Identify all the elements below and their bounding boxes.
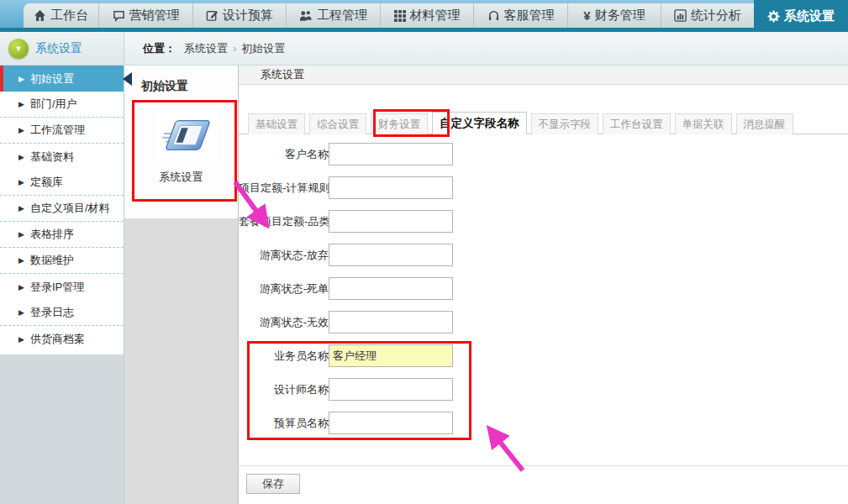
salesman-name-input[interactable]: [329, 344, 453, 367]
nav-tab-design-budget[interactable]: 设计预算: [193, 3, 287, 28]
tab-custom-field-names[interactable]: 自定义字段名称: [432, 112, 527, 134]
sidebar-item-data-maintenance[interactable]: ▶ 数据维护: [0, 248, 124, 274]
tab-document-links[interactable]: 单据关联: [675, 113, 732, 134]
nav-tab-label: 营销管理: [129, 8, 180, 24]
tab-general-settings[interactable]: 综合设置: [309, 113, 366, 134]
tab-workbench-settings[interactable]: 工作台设置: [603, 113, 671, 134]
nav-tab-engineering[interactable]: 工程管理: [287, 3, 381, 28]
sidebar-item-basic-data[interactable]: ▶ 基础资料: [0, 144, 124, 170]
content-title: 系统设置: [261, 67, 304, 82]
sidebar-item-label: 工作流管理: [30, 123, 85, 138]
sidebar-item-workflow[interactable]: ▶ 工作流管理: [0, 118, 124, 144]
sidebar-item-label: 定额库: [30, 175, 63, 190]
subheader: ▼ 系统设置 位置： 系统设置 › 初始设置: [0, 32, 848, 66]
form-row: 游离状态-放弃: [239, 244, 848, 266]
tab-basic-settings[interactable]: 基础设置: [248, 113, 305, 134]
caret-icon: ▶: [18, 75, 24, 83]
sidebar-item-login-log[interactable]: ▶ 登录日志: [0, 300, 124, 326]
custom-fields-form: 客户名称 项目定额-计算规则 套餐项目定额-品类 游离状态-放弃 游离状态-死单…: [239, 143, 848, 445]
field-label: 业务员名称: [239, 349, 329, 364]
floating-status-invalid-input[interactable]: [329, 311, 453, 333]
panel-title: 初始设置: [141, 79, 188, 94]
floating-status-dead-input[interactable]: [329, 277, 453, 300]
content-header: 系统设置: [239, 66, 848, 85]
form-row: 游离状态-无效: [239, 311, 848, 333]
sidebar-item-label: 登录IP管理: [30, 280, 84, 295]
tab-message-reminders[interactable]: 消息提醒: [736, 113, 793, 134]
package-quota-category-input[interactable]: [329, 210, 453, 233]
sidebar-section-header[interactable]: ▼ 系统设置: [0, 32, 124, 65]
sidebar-item-table-sorting[interactable]: ▶ 表格排序: [0, 222, 124, 248]
sidebar-item-custom-projects-materials[interactable]: ▶ 自定义项目/材料: [0, 196, 124, 222]
breadcrumb-separator: ›: [233, 42, 236, 55]
customer-name-input[interactable]: [329, 143, 453, 165]
sidebar-item-departments-users[interactable]: ▶ 部门/用户: [0, 92, 124, 118]
form-row: 客户名称: [239, 143, 848, 165]
window-icon: [161, 113, 213, 158]
sidebar-item-supplier-archives[interactable]: ▶ 供货商档案: [0, 326, 124, 352]
chevron-down-icon[interactable]: ▼: [8, 39, 29, 59]
caret-icon: ▶: [18, 204, 24, 213]
main-nav: 工作台 营销管理 设计预算 工程管理 材料管理 客服管理 ¥ 财务管理 统计分析: [24, 3, 848, 28]
nav-tab-label: 工作台: [50, 8, 88, 24]
chart-icon: [674, 9, 687, 22]
nav-tab-marketing[interactable]: 营销管理: [99, 3, 193, 28]
field-label: 设计师名称: [239, 382, 329, 397]
save-button[interactable]: 保存: [246, 474, 300, 494]
project-quota-rule-input[interactable]: [329, 176, 453, 199]
sidebar-item-quota-library[interactable]: ▶ 定额库: [0, 170, 124, 196]
form-row: 设计师名称: [239, 378, 848, 401]
field-label: 游离状态-死单: [239, 281, 329, 297]
divider: [239, 465, 848, 466]
system-settings-icon-tile[interactable]: [156, 108, 217, 163]
app-window: 工作台 营销管理 设计预算 工程管理 材料管理 客服管理 ¥ 财务管理 统计分析: [0, 0, 848, 504]
nav-tab-statistics[interactable]: 统计分析: [661, 3, 754, 28]
sidebar-item-initial-settings[interactable]: ▶ 初始设置: [0, 66, 124, 92]
settings-tabs: 基础设置 综合设置 财务设置 自定义字段名称 不显示字段 工作台设置 单据关联 …: [239, 113, 848, 134]
caret-icon: ▶: [18, 126, 24, 134]
caret-icon: ▶: [18, 153, 24, 161]
sidebar-item-login-ip[interactable]: ▶ 登录IP管理: [0, 274, 124, 300]
sidebar-item-label: 自定义项目/材料: [30, 201, 110, 216]
nav-tab-workbench[interactable]: 工作台: [24, 3, 99, 28]
breadcrumb-current: 初始设置: [241, 41, 285, 56]
nav-tab-materials[interactable]: 材料管理: [381, 3, 474, 28]
nav-tab-label: 系统设置: [784, 8, 835, 24]
breadcrumb: 位置： 系统设置 › 初始设置: [124, 32, 848, 65]
field-label: 游离状态-放弃: [239, 248, 329, 263]
designer-name-input[interactable]: [329, 378, 453, 401]
form-row: 项目定额-计算规则: [239, 176, 848, 199]
sidebar-item-label: 数据维护: [30, 253, 74, 268]
field-label: 游离状态-无效: [239, 315, 329, 330]
main-content: 系统设置 基础设置 综合设置 财务设置 自定义字段名称 不显示字段 工作台设置 …: [239, 66, 848, 504]
field-label: 项目定额-计算规则: [239, 181, 329, 196]
grid-icon: [394, 10, 406, 22]
sidebar-item-label: 供货商档案: [30, 332, 85, 347]
field-label: 客户名称: [239, 147, 329, 162]
estimator-name-input[interactable]: [329, 412, 453, 434]
caret-icon: ▶: [18, 308, 24, 317]
sidebar-item-label: 部门/用户: [30, 97, 77, 112]
nav-tab-customer-service[interactable]: 客服管理: [474, 3, 568, 28]
tab-finance-settings[interactable]: 财务设置: [371, 113, 428, 134]
field-label: 套餐项目定额-品类: [239, 214, 329, 229]
sidebar-section-title: 系统设置: [35, 41, 82, 56]
sidebar-item-label: 登录日志: [30, 305, 74, 320]
home-icon: [34, 9, 46, 22]
caret-icon: ▶: [18, 230, 24, 239]
nav-tab-label: 设计预算: [223, 8, 273, 24]
gear-icon: [767, 10, 780, 23]
floating-status-abandon-input[interactable]: [329, 244, 453, 266]
tab-hidden-fields[interactable]: 不显示字段: [531, 113, 599, 134]
breadcrumb-prefix: 位置：: [143, 41, 176, 56]
nav-tab-label: 客服管理: [504, 8, 555, 24]
caret-icon: ▶: [18, 283, 24, 291]
nav-tab-finance[interactable]: ¥ 财务管理: [568, 3, 661, 28]
form-row: 业务员名称: [239, 344, 848, 367]
icon-tile-label[interactable]: 系统设置: [124, 170, 238, 185]
nav-tab-label: 财务管理: [595, 8, 645, 24]
nav-tab-label: 工程管理: [317, 8, 367, 24]
sidebar-item-label: 初始设置: [30, 71, 74, 87]
nav-tab-label: 统计分析: [691, 8, 741, 24]
breadcrumb-section-link[interactable]: 系统设置: [184, 41, 228, 56]
